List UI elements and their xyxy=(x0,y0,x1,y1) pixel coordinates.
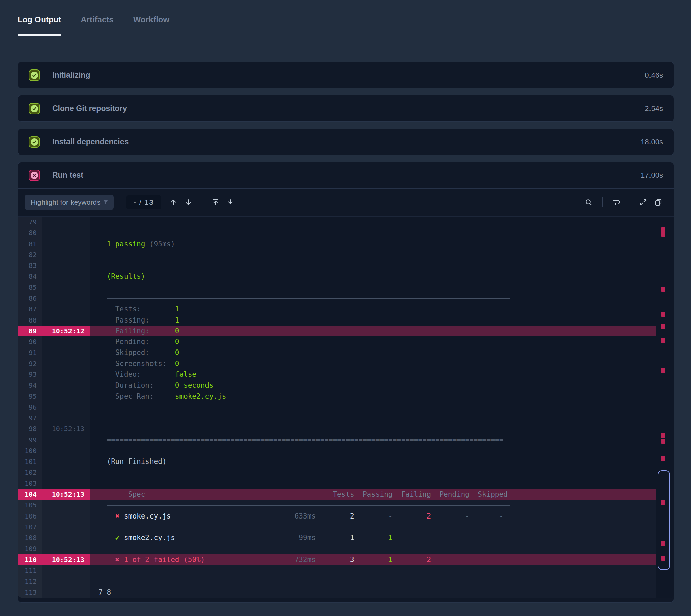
timestamp xyxy=(42,402,90,413)
step-duration: 17.00s xyxy=(641,171,663,180)
log-text: (Results) xyxy=(90,271,674,282)
line-number: 100 xyxy=(18,445,42,456)
tab-log-output[interactable]: Log Output xyxy=(18,15,61,36)
previous-match-button[interactable] xyxy=(166,195,181,210)
log-text xyxy=(90,478,674,489)
log-line: 10410:52:13SpecTestsPassingFailingPendin… xyxy=(18,489,674,500)
tab-artifacts[interactable]: Artifacts xyxy=(81,15,113,36)
log-toolbar-right xyxy=(569,195,666,210)
log-line: 112 xyxy=(18,576,674,587)
log-text: Failing:0 xyxy=(90,326,674,336)
timestamp xyxy=(42,380,90,391)
filter-icon xyxy=(102,199,109,206)
scroll-to-top-button[interactable] xyxy=(208,195,223,210)
log-line: 106✖smoke.cy.js633ms2-2-- xyxy=(18,511,674,522)
log-text xyxy=(90,413,674,423)
line-number: 93 xyxy=(18,369,42,380)
log-line: 108✔smoke2.cy.js99ms11--- xyxy=(18,532,674,543)
timestamp xyxy=(42,249,90,260)
line-number: 105 xyxy=(18,500,42,510)
minimap-match-tick xyxy=(661,287,665,292)
line-number: 86 xyxy=(18,293,42,304)
line-number: 87 xyxy=(18,304,42,314)
log-text: ✔smoke2.cy.js99ms11--- xyxy=(90,532,674,543)
step-header[interactable]: Run test 17.00s xyxy=(18,162,674,189)
step-header[interactable]: Initializing 0.46s xyxy=(18,62,674,88)
minimap-match-tick xyxy=(661,456,665,461)
line-number: 109 xyxy=(18,543,42,554)
tab-workflow[interactable]: Workflow xyxy=(133,15,170,36)
scroll-to-bottom-button[interactable] xyxy=(223,195,238,210)
step-card-run-test: Run test 17.00s - / 13 xyxy=(18,162,674,602)
match-counter[interactable]: - / 13 xyxy=(126,195,161,210)
log-text xyxy=(90,282,674,293)
log-text xyxy=(90,402,674,413)
search-button[interactable] xyxy=(581,195,596,210)
minimap-match-tick xyxy=(661,556,665,561)
step-header[interactable]: Install dependencies 18.00s xyxy=(18,129,674,155)
tab-label: Workflow xyxy=(133,15,170,24)
log-line: 86 xyxy=(18,293,674,304)
line-number: 104 xyxy=(18,489,42,500)
step-title: Initializing xyxy=(52,70,645,80)
toolbar-divider xyxy=(575,197,575,207)
log-line: 97 xyxy=(18,413,674,423)
log-text: Passing:1 xyxy=(90,315,674,326)
step-header[interactable]: Clone Git repository 2.54s xyxy=(18,95,674,122)
log-text xyxy=(90,293,674,304)
log-line: 103 xyxy=(18,478,674,489)
line-number: 94 xyxy=(18,380,42,391)
next-match-button[interactable] xyxy=(181,195,196,210)
log-text: Screenshots:0 xyxy=(90,358,674,369)
log-line: 87Tests:1 xyxy=(18,304,674,314)
tab-label: Log Output xyxy=(18,15,61,24)
minimap-viewport[interactable] xyxy=(657,470,670,570)
timestamp xyxy=(42,532,90,543)
line-number: 89 xyxy=(18,326,42,336)
log-line: 100 xyxy=(18,445,674,456)
line-number: 95 xyxy=(18,391,42,402)
line-number: 102 xyxy=(18,467,42,478)
log-line: 8910:52:12Failing:0 xyxy=(18,326,674,336)
timestamp xyxy=(42,500,90,510)
log-line: 80 xyxy=(18,227,674,238)
log-text xyxy=(90,423,674,434)
log-line: 90Pending:0 xyxy=(18,336,674,347)
log-line: 79 xyxy=(18,217,674,227)
log-text: Tests:1 xyxy=(90,304,674,314)
timestamp: 10:52:13 xyxy=(42,423,90,434)
log-line: 11010:52:13✖ 1 of 2 failed (50%)732ms312… xyxy=(18,554,674,565)
log-line: 102 xyxy=(18,467,674,478)
line-number: 103 xyxy=(18,478,42,489)
log-lines: 7980811 passing(95ms)828384(Results)8586… xyxy=(18,217,674,598)
line-number: 96 xyxy=(18,402,42,413)
log-line: 111 xyxy=(18,565,674,576)
minimap-match-tick xyxy=(661,541,665,546)
step-card-install-dependencies: Install dependencies 18.00s xyxy=(18,129,674,155)
keyword-highlight-input[interactable] xyxy=(30,198,102,207)
line-number: 80 xyxy=(18,227,42,238)
line-number: 101 xyxy=(18,456,42,467)
fullscreen-button[interactable] xyxy=(636,195,651,210)
line-number: 108 xyxy=(18,532,42,543)
timestamp xyxy=(42,576,90,587)
timestamp xyxy=(42,511,90,522)
log-line: 83 xyxy=(18,260,674,271)
log-line: 84(Results) xyxy=(18,271,674,282)
log-line: 92Screenshots:0 xyxy=(18,358,674,369)
log-line: 101(Run Finished) xyxy=(18,456,674,467)
minimap-match-tick xyxy=(661,439,665,444)
copy-log-button[interactable] xyxy=(651,195,666,210)
log-text xyxy=(90,500,674,510)
word-wrap-button[interactable] xyxy=(609,195,624,210)
minimap-match-tick xyxy=(661,338,665,343)
keyword-highlight-field[interactable] xyxy=(25,195,114,210)
line-number: 83 xyxy=(18,260,42,271)
log-line: 105 xyxy=(18,500,674,510)
log-text xyxy=(90,260,674,271)
log-line: 99======================================… xyxy=(18,435,674,445)
timestamp: 10:52:13 xyxy=(42,489,90,500)
wrap-icon xyxy=(612,198,620,206)
log-line: 94Duration:0 seconds xyxy=(18,380,674,391)
toolbar-divider xyxy=(120,197,120,207)
